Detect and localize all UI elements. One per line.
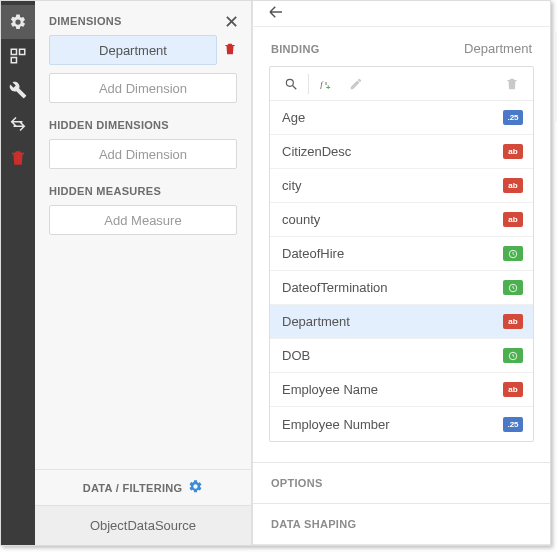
- add-dimension-button[interactable]: Add Dimension: [49, 73, 237, 103]
- dimensions-panel: ✕ DIMENSIONS Department Add Dimension HI…: [35, 1, 252, 545]
- dimensions-header: DIMENSIONS: [49, 15, 237, 27]
- field-name: Age: [282, 110, 305, 125]
- field-name: county: [282, 212, 320, 227]
- field-name: city: [282, 178, 302, 193]
- field-row[interactable]: Employee Number.25: [270, 407, 533, 441]
- type-text-icon: ab: [503, 178, 523, 193]
- type-text-icon: ab: [503, 314, 523, 329]
- binding-value: Department: [464, 41, 532, 56]
- type-number-icon: .25: [503, 110, 523, 125]
- svg-text:+: +: [326, 82, 331, 90]
- field-toolbar: fx+: [270, 67, 533, 101]
- field-row[interactable]: Departmentab: [270, 305, 533, 339]
- field-row[interactable]: DateofHire: [270, 237, 533, 271]
- add-hidden-dimension-button[interactable]: Add Dimension: [49, 139, 237, 169]
- datasource-row[interactable]: ObjectDataSource: [35, 505, 251, 545]
- right-edge-decoration: [553, 32, 557, 122]
- field-row[interactable]: Employee Nameab: [270, 373, 533, 407]
- back-arrow-icon[interactable]: [267, 3, 285, 24]
- field-name: Department: [282, 314, 350, 329]
- field-name: DateofTermination: [282, 280, 388, 295]
- rail-settings[interactable]: [1, 5, 35, 39]
- gear-icon: [188, 479, 203, 496]
- rail-delete[interactable]: [1, 141, 35, 175]
- field-name: DOB: [282, 348, 310, 363]
- trash-icon: [497, 69, 527, 99]
- options-section[interactable]: OPTIONS: [253, 462, 550, 503]
- layout-icon: [9, 47, 27, 65]
- binding-panel: BINDING Department fx+ Age.25C: [252, 1, 550, 545]
- type-number-icon: .25: [503, 417, 523, 432]
- data-shaping-section[interactable]: DATA SHAPING: [253, 503, 550, 545]
- data-filtering-label: DATA / FILTERING: [83, 482, 183, 494]
- rail-layout[interactable]: [1, 39, 35, 73]
- data-filtering-row[interactable]: DATA / FILTERING: [35, 469, 251, 505]
- type-date-icon: [503, 246, 523, 261]
- function-add-icon[interactable]: fx+: [311, 69, 341, 99]
- field-list-box: fx+ Age.25CitizenDescabcityabcountyabDat…: [269, 66, 534, 442]
- gear-icon: [9, 13, 27, 31]
- type-text-icon: ab: [503, 144, 523, 159]
- svg-rect-2: [11, 58, 16, 63]
- svg-line-4: [293, 85, 297, 89]
- field-name: DateofHire: [282, 246, 344, 261]
- rail-wrench[interactable]: [1, 73, 35, 107]
- trash-icon: [9, 149, 27, 167]
- swap-icon: [9, 115, 27, 133]
- rail-swap[interactable]: [1, 107, 35, 141]
- type-text-icon: ab: [503, 212, 523, 227]
- search-icon[interactable]: [276, 69, 306, 99]
- svg-text:f: f: [320, 78, 324, 88]
- svg-rect-0: [11, 49, 16, 54]
- field-name: CitizenDesc: [282, 144, 351, 159]
- delete-dimension-icon[interactable]: [223, 42, 237, 59]
- field-row[interactable]: cityab: [270, 169, 533, 203]
- type-date-icon: [503, 280, 523, 295]
- dimension-pill-department[interactable]: Department: [49, 35, 217, 65]
- close-icon[interactable]: ✕: [224, 11, 239, 33]
- field-name: Employee Number: [282, 417, 390, 432]
- field-name: Employee Name: [282, 382, 378, 397]
- field-row[interactable]: DateofTermination: [270, 271, 533, 305]
- field-row[interactable]: Age.25: [270, 101, 533, 135]
- hidden-dimensions-header: HIDDEN DIMENSIONS: [49, 119, 237, 131]
- field-list: Age.25CitizenDescabcityabcountyabDateofH…: [270, 101, 533, 441]
- wrench-icon: [9, 81, 27, 99]
- field-row[interactable]: CitizenDescab: [270, 135, 533, 169]
- hidden-measures-header: HIDDEN MEASURES: [49, 185, 237, 197]
- field-row[interactable]: DOB: [270, 339, 533, 373]
- type-text-icon: ab: [503, 382, 523, 397]
- add-measure-button[interactable]: Add Measure: [49, 205, 237, 235]
- svg-point-3: [286, 79, 293, 86]
- left-icon-rail: [1, 1, 35, 545]
- field-row[interactable]: countyab: [270, 203, 533, 237]
- type-date-icon: [503, 348, 523, 363]
- binding-label: BINDING: [271, 43, 320, 55]
- svg-rect-1: [20, 49, 25, 54]
- edit-icon: [341, 69, 371, 99]
